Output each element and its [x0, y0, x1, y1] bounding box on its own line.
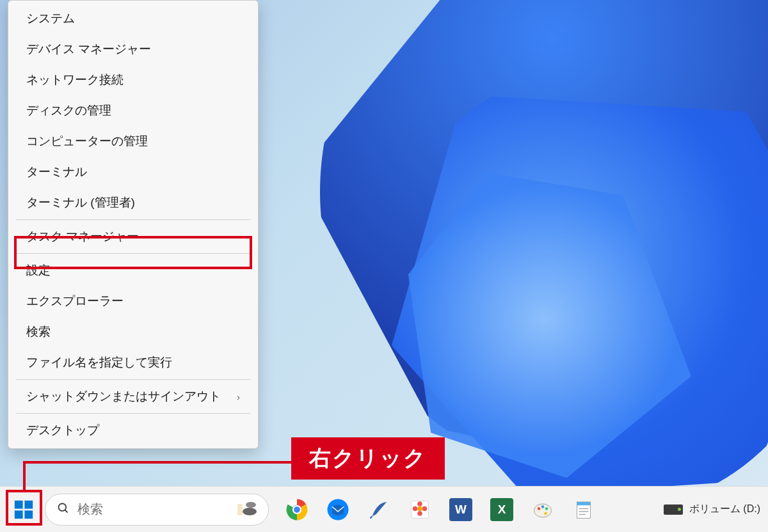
menu-item[interactable]: 設定 [8, 255, 258, 286]
svg-point-12 [417, 506, 422, 511]
menu-item-label: タスク マネージャー [26, 228, 139, 245]
svg-point-21 [544, 512, 547, 515]
menu-item[interactable]: ディスクの管理 [8, 95, 258, 126]
menu-item-label: 設定 [26, 262, 51, 279]
menu-item-label: ファイル名を指定して実行 [26, 354, 172, 371]
menu-separator [16, 413, 250, 414]
system-tray[interactable]: ボリューム (D:) [664, 503, 760, 516]
search-icon [57, 502, 70, 517]
menu-item[interactable]: ファイル名を指定して実行 [8, 347, 258, 378]
menu-item[interactable]: デスクトップ [8, 415, 258, 446]
svg-point-14 [422, 506, 428, 511]
menu-item-label: ターミナル [26, 164, 87, 180]
svg-rect-0 [15, 500, 23, 508]
menu-item-label: ターミナル (管理者) [26, 194, 135, 211]
taskbar-app-flower[interactable] [404, 494, 435, 525]
start-context-menu: システムデバイス マネージャーネットワーク接続ディスクの管理コンピューターの管理… [8, 0, 259, 449]
menu-item-label: エクスプローラー [26, 293, 124, 309]
search-placeholder: 検索 [77, 501, 230, 518]
annotation-callout: 右クリック [291, 437, 445, 480]
taskbar-app-word[interactable]: W [445, 494, 476, 525]
svg-rect-1 [24, 500, 33, 508]
menu-item-label: デバイス マネージャー [26, 41, 151, 58]
taskbar-search[interactable]: 検索 [45, 494, 269, 526]
menu-item[interactable]: コンピューターの管理 [8, 126, 258, 157]
start-button[interactable] [8, 494, 40, 526]
svg-line-10 [371, 516, 372, 518]
menu-item[interactable]: ネットワーク接続 [8, 65, 258, 95]
svg-point-16 [417, 511, 422, 516]
svg-point-4 [59, 503, 67, 511]
svg-rect-3 [24, 510, 33, 519]
taskbar-pinned-apps: WX [282, 494, 599, 525]
taskbar-app-excel[interactable]: X [486, 494, 517, 525]
taskbar-app-chrome[interactable] [282, 494, 312, 525]
svg-point-20 [545, 507, 548, 510]
drive-icon [664, 505, 683, 515]
notepad-icon [572, 498, 595, 521]
menu-item[interactable]: デバイス マネージャー [8, 34, 258, 65]
menu-item-label: シャットダウンまたはサインアウト [26, 388, 221, 405]
menu-item[interactable]: 検索 [8, 317, 258, 347]
menu-item[interactable]: タスク マネージャー [8, 221, 258, 252]
menu-item[interactable]: ターミナル [8, 157, 258, 187]
taskbar: 検索 WX ボリューム (D:) [0, 486, 768, 532]
paint-icon [531, 498, 554, 521]
chevron-right-icon: › [237, 391, 240, 402]
menu-item-label: システム [26, 10, 75, 27]
menu-separator [16, 253, 250, 254]
menu-separator [16, 379, 250, 380]
menu-item-label: デスクトップ [26, 422, 99, 439]
menu-item[interactable]: シャットダウンまたはサインアウト› [8, 381, 258, 412]
search-highlight-icon [237, 504, 257, 515]
taskbar-app-paint[interactable] [527, 494, 558, 525]
menu-item[interactable]: ターミナル (管理者) [8, 187, 258, 218]
menu-item-label: コンピューターの管理 [26, 133, 148, 150]
taskbar-app-thunderbird[interactable] [323, 494, 353, 525]
menu-item-label: 検索 [26, 324, 51, 340]
menu-item[interactable]: システム [8, 3, 258, 34]
windows-logo-icon [13, 499, 35, 520]
svg-point-13 [417, 501, 422, 506]
menu-item-label: ネットワーク接続 [26, 72, 124, 88]
svg-point-15 [413, 506, 418, 511]
menu-separator [16, 219, 250, 220]
menu-item[interactable]: エクスプローラー [8, 286, 258, 317]
taskbar-app-notepad[interactable] [568, 494, 599, 525]
svg-point-8 [293, 506, 301, 513]
svg-point-18 [538, 507, 541, 510]
taskbar-app-quill[interactable] [364, 494, 394, 525]
menu-item-label: ディスクの管理 [26, 102, 111, 119]
flower-icon [408, 498, 431, 521]
chrome-icon [285, 498, 308, 521]
svg-rect-23 [577, 502, 591, 505]
quill-icon [367, 498, 390, 521]
svg-point-19 [541, 505, 545, 508]
thunderbird-icon [326, 498, 349, 521]
svg-rect-2 [15, 510, 23, 519]
svg-line-5 [65, 510, 68, 512]
drive-label: ボリューム (D:) [689, 503, 760, 516]
